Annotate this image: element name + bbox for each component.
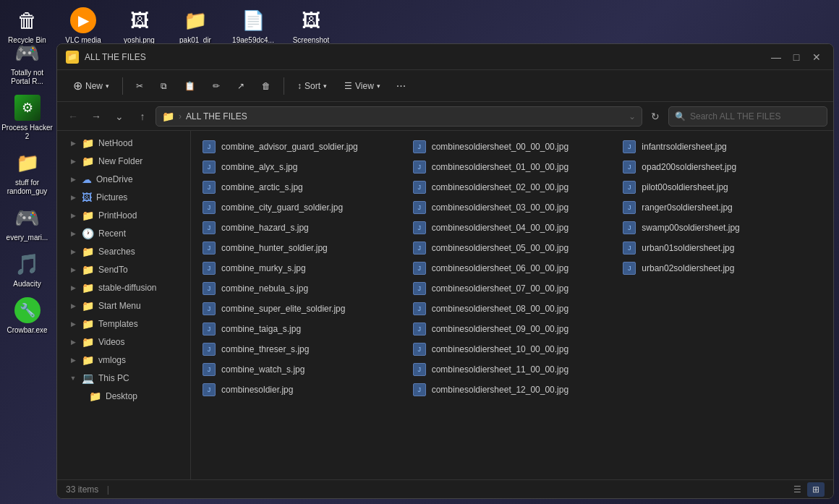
cut-icon: ✂ <box>136 81 143 91</box>
table-row[interactable]: J combinesoldiersheet_02_00_00.jpg <box>407 177 618 197</box>
sort-icon: ↕ <box>297 81 302 91</box>
share-button[interactable]: ↗ <box>230 77 252 95</box>
back-button[interactable]: ← <box>63 106 83 127</box>
sidebar-item-stable-diffusion[interactable]: ▶ 📁 stable-diffusion <box>60 279 187 296</box>
table-row[interactable]: J urban02soldiersheet.jpg <box>617 258 827 278</box>
sidebar-item-pictures[interactable]: ▶ 🖼 Pictures <box>60 189 187 206</box>
search-input[interactable] <box>690 111 821 121</box>
table-row[interactable]: J combine_super_elite_soldier.jpg <box>197 299 407 319</box>
grid-view-button[interactable]: ⊞ <box>807 482 825 497</box>
table-row[interactable]: J combine_hunter_soldier.jpg <box>197 238 407 258</box>
maximize-button[interactable]: □ <box>788 49 804 65</box>
table-row[interactable]: J combine_advisor_guard_soldier.jpg <box>197 137 407 157</box>
table-row[interactable]: J combinesoldiersheet_12_00_00.jpg <box>407 380 618 400</box>
up-button[interactable]: ↑ <box>132 106 153 127</box>
sidebar-item-new-folder[interactable]: ▶ 📁 New Folder <box>60 153 187 170</box>
search-box[interactable]: 🔍 <box>668 106 827 127</box>
close-button[interactable]: ✕ <box>809 49 825 65</box>
table-row[interactable]: J combine_city_guard_soldier.jpg <box>197 197 407 218</box>
file-name: combine_threser_s.jpg <box>221 344 309 354</box>
audacity-label: Audacity <box>13 280 41 289</box>
table-row[interactable]: J combinesoldiersheet_03_00_00.jpg <box>407 197 618 218</box>
list-view-button[interactable]: ☰ <box>788 482 806 497</box>
sidebar-item-printhood[interactable]: ▶ 📁 PrintHood <box>60 207 187 224</box>
rename-button[interactable]: ✏ <box>205 77 227 95</box>
paste-button[interactable]: 📋 <box>177 77 203 95</box>
delete-button[interactable]: 🗑 <box>255 77 278 95</box>
desktop-icon-audacity[interactable]: 🎵 Audacity <box>0 247 54 291</box>
table-row[interactable]: J combine_murky_s.jpg <box>197 258 407 278</box>
title-bar-text: ALL THE FILES <box>85 52 768 62</box>
table-row <box>617 359 827 380</box>
sort-button[interactable]: ↕ Sort ▾ <box>290 77 334 95</box>
file-name: combine_taiga_s.jpg <box>221 324 301 334</box>
table-row[interactable]: J combinesoldiersheet_09_00_00.jpg <box>407 319 618 339</box>
desktop-icon-portal[interactable]: 🎮 Totally not Portal R... <box>0 35 54 89</box>
sidebar-item-videos[interactable]: ▶ 📁 Videos <box>60 333 187 351</box>
new-button[interactable]: ⊕ New ▾ <box>66 75 116 96</box>
sidebar-item-searches[interactable]: ▶ 📁 Searches <box>60 243 187 260</box>
expand-nav-button[interactable]: ⌄ <box>109 106 129 127</box>
table-row[interactable]: J combinesoldiersheet_06_00_00.jpg <box>407 258 618 278</box>
desktop-icon-stuff[interactable]: 📁 stuff for random_guy <box>0 145 54 199</box>
table-row[interactable]: J combine_arctic_s.jpg <box>197 177 407 197</box>
file-name: combine_alyx_s.jpg <box>221 162 297 172</box>
table-row[interactable]: J swamp00soldiersheet.jpg <box>617 218 827 238</box>
sidebar-label-pictures: Pictures <box>96 192 127 202</box>
sidebar-label-new-folder: New Folder <box>98 156 142 166</box>
table-row[interactable]: J combinesoldiersheet_11_00_00.jpg <box>407 359 618 380</box>
table-row[interactable]: J combine_threser_s.jpg <box>197 339 407 359</box>
table-row[interactable]: J combinesoldiersheet_05_00_00.jpg <box>407 238 618 258</box>
table-row[interactable]: J ranger0soldiersheet.jpg <box>617 197 827 218</box>
table-row[interactable]: J infantrsoldiersheet.jpg <box>617 137 827 157</box>
refresh-button[interactable]: ↻ <box>645 106 665 127</box>
view-button[interactable]: ☰ View ▾ <box>337 77 388 95</box>
file-icon: J <box>413 242 426 255</box>
table-row[interactable]: J combinesoldiersheet_08_00_00.jpg <box>407 299 618 319</box>
file-name: combinesoldiersheet_11_00_00.jpg <box>432 364 568 375</box>
table-row[interactable]: J pilot00soldiersheet.jpg <box>617 177 827 197</box>
sidebar: ▶ 📁 NetHood ▶ 📁 New Folder ▶ ☁ OneDrive … <box>57 131 191 479</box>
table-row[interactable]: J opad200soldiersheet.jpg <box>617 157 827 177</box>
sidebar-item-onedrive[interactable]: ▶ ☁ OneDrive <box>60 171 187 188</box>
sidebar-label-nethood: NetHood <box>98 138 132 148</box>
status-count: 33 items | <box>66 484 109 495</box>
minimize-button[interactable]: — <box>768 49 784 65</box>
sidebar-item-vmlogs[interactable]: ▶ 📁 vmlogs <box>60 351 187 369</box>
table-row[interactable]: J combinesoldiersheet_00_00_00.jpg <box>407 137 618 157</box>
table-row <box>617 319 827 339</box>
table-row[interactable]: J combinesoldier.jpg <box>197 380 407 400</box>
table-row[interactable]: J urban01soldiersheet.jpg <box>617 238 827 258</box>
table-row[interactable]: J combinesoldiersheet_01_00_00.jpg <box>407 157 618 177</box>
sidebar-label-stable-diffusion: stable-diffusion <box>98 283 157 293</box>
sidebar-item-this-pc[interactable]: ▼ 💻 This PC <box>60 370 187 387</box>
address-path[interactable]: 📁 › ALL THE FILES ⌄ <box>156 106 642 127</box>
sidebar-item-templates[interactable]: ▶ 📁 Templates <box>60 315 187 333</box>
rename-icon: ✏ <box>213 81 220 91</box>
sidebar-item-desktop[interactable]: 📁 Desktop <box>60 388 187 405</box>
copy-button[interactable]: ⧉ <box>153 77 174 95</box>
sidebar-item-sendto[interactable]: ▶ 📁 SendTo <box>60 261 187 278</box>
table-row[interactable]: J combine_alyx_s.jpg <box>197 157 407 177</box>
table-row[interactable]: J combine_nebula_s.jpg <box>197 278 407 299</box>
table-row[interactable]: J combine_watch_s.jpg <box>197 359 407 380</box>
sidebar-item-recent[interactable]: ▶ 🕐 Recent <box>60 225 187 242</box>
file-icon: J <box>413 363 426 376</box>
sidebar-label-vmlogs: vmlogs <box>98 355 126 365</box>
sidebar-item-start-menu[interactable]: ▶ 📁 Start Menu <box>60 297 187 315</box>
desktop-icon-crowbar[interactable]: 🔧 Crowbar.exe <box>0 293 54 338</box>
table-row[interactable]: J combine_taiga_s.jpg <box>197 319 407 339</box>
file-name: opad200soldiersheet.jpg <box>642 162 736 172</box>
sidebar-item-nethood[interactable]: ▶ 📁 NetHood <box>60 134 187 152</box>
cut-button[interactable]: ✂ <box>129 77 150 95</box>
status-bar: 33 items | ☰ ⊞ <box>57 479 833 498</box>
desktop-icon-process-hacker[interactable]: ⚙ Process Hacker 2 <box>0 90 54 144</box>
desktop-icon-mario[interactable]: 🎮 every_mari... <box>0 200 54 245</box>
file-icon: J <box>203 343 216 356</box>
table-row[interactable]: J combinesoldiersheet_07_00_00.jpg <box>407 278 618 299</box>
table-row[interactable]: J combinesoldiersheet_10_00_00.jpg <box>407 339 618 359</box>
forward-button[interactable]: → <box>86 106 106 127</box>
table-row[interactable]: J combine_hazard_s.jpg <box>197 218 407 238</box>
more-button[interactable]: ··· <box>391 76 412 96</box>
table-row[interactable]: J combinesoldiersheet_04_00_00.jpg <box>407 218 618 238</box>
